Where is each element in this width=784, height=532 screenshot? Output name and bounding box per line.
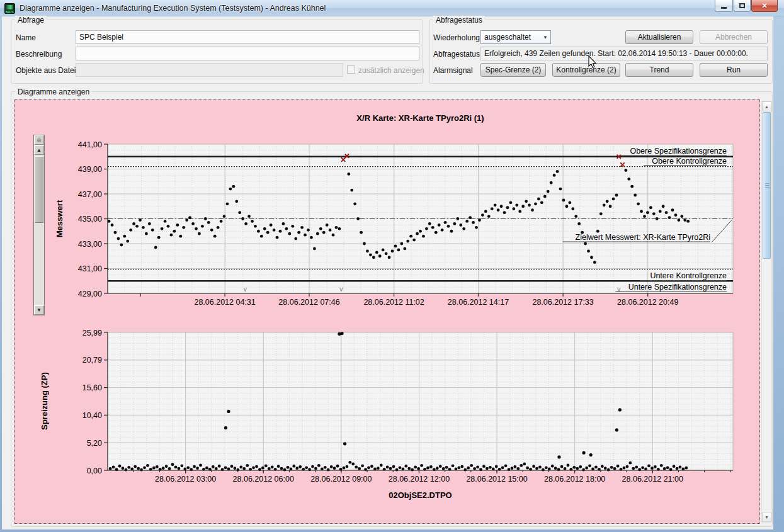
close-button[interactable]: ✕ — [751, 0, 778, 12]
svg-text:435,00: 435,00 — [78, 215, 102, 224]
svg-text:5,20: 5,20 — [87, 439, 102, 448]
beschreibung-label: Beschreibung — [16, 50, 62, 59]
svg-text:X/R Karte: XR-Karte TPyro2Ri (: X/R Karte: XR-Karte TPyro2Ri (1) — [356, 113, 484, 123]
abfrage-group-label: Abfrage — [15, 16, 47, 25]
trend-button[interactable]: Trend — [625, 63, 693, 77]
status-label: Abfragestatus — [433, 50, 480, 59]
svg-text:28.06.2012 20:49: 28.06.2012 20:49 — [617, 298, 678, 307]
svg-text:0,00: 0,00 — [87, 467, 102, 475]
svg-text:15,60: 15,60 — [82, 383, 102, 392]
beschreibung-input[interactable] — [76, 47, 419, 60]
svg-text:439,00: 439,00 — [78, 165, 102, 174]
app-icon: MES — [4, 3, 15, 14]
app-window: MES Diagramme anzeigen - Manufacturing E… — [0, 0, 784, 532]
name-label: Name — [16, 33, 36, 42]
wiederholung-value: ausgeschaltet — [484, 33, 531, 42]
chart-zoom-slider[interactable]: ◎ ▲ ▼ — [33, 135, 45, 315]
svg-text:28.06.2012 11:02: 28.06.2012 11:02 — [363, 298, 424, 307]
svg-text:437,00: 437,00 — [78, 190, 102, 199]
minimize-button[interactable] — [715, 0, 733, 12]
svg-text:20,79: 20,79 — [82, 356, 102, 365]
objekte-input — [76, 63, 343, 77]
maximize-button[interactable] — [734, 0, 751, 12]
spc-charts-canvas: Obere SpezifikationsgrenzeObere Kontroll… — [14, 100, 759, 523]
svg-text:28.06.2012 04:31: 28.06.2012 04:31 — [194, 298, 255, 307]
svg-text:28.06.2012 18:00: 28.06.2012 18:00 — [544, 475, 605, 484]
svg-text:28.06.2012 15:00: 28.06.2012 15:00 — [466, 475, 527, 484]
name-input[interactable] — [76, 30, 419, 44]
slider-up-button[interactable]: ▲ — [34, 145, 44, 155]
maximize-icon — [739, 3, 745, 8]
kontrollgrenze-button[interactable]: Kontrollgrenze (2) — [552, 63, 620, 77]
svg-text:10,40: 10,40 — [82, 411, 102, 420]
app-icon-text: MES — [6, 10, 14, 14]
alarmsignal-label: Alarmsignal — [433, 66, 473, 75]
svg-text:25,99: 25,99 — [82, 329, 102, 337]
mouse-cursor — [588, 55, 598, 69]
aktualisieren-button[interactable]: Aktualisieren — [625, 30, 693, 44]
svg-text:∨: ∨ — [242, 285, 247, 293]
app-icon-bar — [6, 5, 13, 9]
window-title: Diagramme anzeigen - Manufacturing Execu… — [20, 0, 326, 16]
slider-reset-button[interactable]: ◎ — [34, 135, 44, 145]
abfragestatus-group-label: Abfragestatus — [433, 16, 485, 25]
diagramme-group-label: Diagramme anzeigen — [15, 88, 92, 96]
objekte-label: Objekte aus Datei — [16, 66, 76, 75]
chevron-down-icon: ▼ — [543, 31, 548, 44]
status-value — [480, 47, 768, 60]
slider-thumb[interactable] — [35, 156, 43, 223]
svg-text:433,00: 433,00 — [78, 240, 102, 249]
scrollbar-up-button[interactable]: ▲ — [762, 101, 771, 111]
zusaetzlich-checkbox-label: zusätzlich anzeigen — [358, 66, 424, 75]
minimize-icon — [721, 7, 727, 9]
svg-text:Untere Kontrollgrenze: Untere Kontrollgrenze — [650, 271, 727, 280]
abbrechen-button: Abbrechen — [700, 30, 768, 44]
panel-scrollbar[interactable]: ▲ ▼ — [761, 101, 772, 523]
chart2-ylabel: Spreizung (ZP) — [40, 357, 49, 445]
svg-text:28.06.2012 12:00: 28.06.2012 12:00 — [389, 475, 450, 484]
svg-text:Untere Spezifikationsgrenze: Untere Spezifikationsgrenze — [628, 283, 727, 291]
spec-grenze-button[interactable]: Spec-Grenze (2) — [480, 63, 546, 77]
svg-text:28.06.2012 21:00: 28.06.2012 21:00 — [622, 475, 683, 484]
svg-text:28.06.2012 06:00: 28.06.2012 06:00 — [233, 475, 294, 484]
chart1-ylabel: Messwert — [55, 181, 64, 256]
svg-text:28.06.2012 07:46: 28.06.2012 07:46 — [278, 298, 339, 307]
svg-text:429,00: 429,00 — [78, 290, 102, 298]
svg-text:28.06.2012 03:00: 28.06.2012 03:00 — [155, 475, 216, 484]
svg-text:441,00: 441,00 — [78, 140, 102, 149]
wiederholung-select[interactable]: ausgeschaltet ▼ — [480, 30, 551, 44]
svg-text:02ObjSE2.DTPO: 02ObjSE2.DTPO — [389, 490, 452, 500]
svg-text:∨: ∨ — [616, 285, 622, 293]
svg-text:28.06.2012 14:17: 28.06.2012 14:17 — [448, 298, 509, 307]
zusaetzlich-checkbox — [347, 65, 355, 74]
svg-text:Obere Kontrollgrenze: Obere Kontrollgrenze — [652, 157, 727, 166]
svg-text:Obere Spezifikationsgrenze: Obere Spezifikationsgrenze — [630, 147, 727, 156]
svg-text:Zielwert Messwert: XR-Karte TP: Zielwert Messwert: XR-Karte TPyro2Ri — [576, 233, 710, 242]
chart-panel: Obere SpezifikationsgrenzeObere Kontroll… — [14, 99, 760, 524]
svg-text:431,00: 431,00 — [78, 264, 102, 273]
wiederholung-label: Wiederholung — [433, 33, 480, 42]
slider-down-button[interactable]: ▼ — [34, 305, 44, 315]
scrollbar-down-button[interactable]: ▼ — [762, 512, 771, 522]
svg-text:28.06.2012 17:33: 28.06.2012 17:33 — [532, 298, 593, 307]
run-button[interactable]: Run — [700, 63, 768, 77]
titlebar[interactable]: MES Diagramme anzeigen - Manufacturing E… — [0, 0, 784, 16]
svg-text:28.06.2012 09:00: 28.06.2012 09:00 — [310, 475, 372, 484]
close-icon: ✕ — [761, 2, 767, 10]
svg-text:∨: ∨ — [339, 285, 344, 293]
scrollbar-thumb[interactable] — [763, 112, 771, 259]
